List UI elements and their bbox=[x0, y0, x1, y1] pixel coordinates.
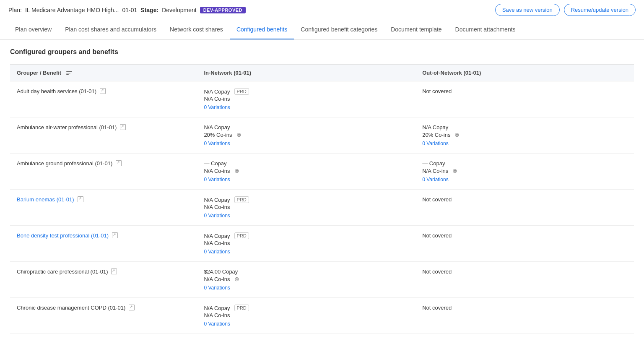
benefit-name: Chiropractic care professional (01-01) bbox=[17, 268, 108, 275]
variations-link[interactable]: 0 Variations bbox=[204, 249, 409, 255]
tab-network-cost-shares[interactable]: Network cost shares bbox=[163, 20, 230, 40]
in-network-cell: N/A Copay20% Co-ins⊜0 Variations bbox=[197, 117, 415, 154]
benefit-name[interactable]: Barium enemas (01-01) bbox=[17, 196, 74, 203]
not-covered-text: Not covered bbox=[422, 305, 627, 311]
not-covered-text: Not covered bbox=[422, 196, 627, 203]
out-copay-line: N/A Copay bbox=[422, 124, 627, 130]
external-link-icon[interactable] bbox=[78, 196, 83, 202]
benefit-name-cell: Ambulance ground professional (01-01) bbox=[10, 154, 197, 190]
tabs-bar: Plan overview Plan cost shares and accum… bbox=[0, 20, 644, 40]
coins-line: N/A Co-ins bbox=[204, 204, 409, 210]
in-network-cell: N/A CopayPRDN/A Co-ins0 Variations bbox=[197, 226, 415, 262]
out-coins-line: 20% Co-ins⊜ bbox=[422, 131, 627, 138]
benefit-name-cell: Adult day health services (01-01) bbox=[10, 81, 197, 117]
coins-line: 20% Co-ins⊜ bbox=[204, 131, 409, 138]
external-link-icon[interactable] bbox=[129, 305, 135, 310]
benefit-name-cell: Chronic disease management COPD (01-01) bbox=[10, 298, 197, 334]
layers-icon[interactable]: ⊜ bbox=[452, 167, 457, 174]
tab-configured-benefit-categories[interactable]: Configured benefit categories bbox=[294, 20, 384, 40]
resume-update-version-button[interactable]: Resume/update version bbox=[564, 4, 636, 16]
variations-link[interactable]: 0 Variations bbox=[204, 321, 409, 327]
out-network-cell: Not covered bbox=[415, 298, 634, 334]
col-header-in-network: In-Network (01-01) bbox=[197, 65, 415, 81]
benefit-name-cell: Barium enemas (01-01) bbox=[10, 190, 197, 226]
out-copay-line: — Copay bbox=[422, 160, 627, 167]
layers-icon[interactable]: ⊜ bbox=[234, 167, 239, 174]
external-link-icon[interactable] bbox=[120, 124, 126, 130]
tab-document-attachments[interactable]: Document attachments bbox=[449, 20, 522, 40]
prd-badge: PRD bbox=[234, 196, 249, 203]
variations-link[interactable]: 0 Variations bbox=[204, 285, 409, 291]
external-link-icon[interactable] bbox=[116, 160, 122, 166]
table-row: Bone density test professional (01-01)N/… bbox=[10, 226, 634, 262]
dev-approved-badge: DEV-APPROVED bbox=[200, 7, 246, 13]
copay-line: N/A CopayPRD bbox=[204, 305, 409, 311]
main-content: Configured groupers and benefits Grouper… bbox=[0, 40, 644, 342]
variations-link[interactable]: 0 Variations bbox=[204, 177, 409, 182]
coins-line: N/A Co-ins bbox=[204, 312, 409, 318]
external-link-icon[interactable] bbox=[100, 88, 106, 94]
variations-link[interactable]: 0 Variations bbox=[204, 213, 409, 219]
benefit-name[interactable]: Bone density test professional (01-01) bbox=[17, 232, 109, 239]
top-bar: Plan: IL Medicare Advantage HMO High... … bbox=[0, 0, 644, 20]
layers-icon[interactable]: ⊜ bbox=[454, 131, 460, 138]
save-as-new-version-button[interactable]: Save as new version bbox=[495, 4, 560, 16]
filter-icon[interactable] bbox=[66, 71, 72, 75]
plan-label: Plan: bbox=[8, 7, 22, 13]
table-header: Grouper / Benefit In-Network (01-01) Out… bbox=[10, 65, 634, 81]
out-variations-link[interactable]: 0 Variations bbox=[422, 141, 627, 146]
benefit-name-cell: Ambulance air-water professional (01-01) bbox=[10, 117, 197, 154]
prd-badge: PRD bbox=[234, 232, 249, 239]
stage-value: Development bbox=[162, 7, 197, 13]
out-variations-link[interactable]: 0 Variations bbox=[422, 177, 627, 182]
plan-name: IL Medicare Advantage HMO High... bbox=[25, 7, 119, 13]
benefit-name: Ambulance ground professional (01-01) bbox=[17, 160, 112, 167]
out-network-cell: — CopayN/A Co-ins⊜0 Variations bbox=[415, 154, 634, 190]
variations-link[interactable]: 0 Variations bbox=[204, 104, 409, 110]
external-link-icon[interactable] bbox=[112, 232, 118, 238]
tab-plan-overview[interactable]: Plan overview bbox=[8, 20, 58, 40]
benefit-name-cell: Bone density test professional (01-01) bbox=[10, 226, 197, 262]
coins-line: N/A Co-ins bbox=[204, 240, 409, 246]
copay-line: N/A Copay bbox=[204, 124, 409, 130]
prd-badge: PRD bbox=[234, 88, 249, 95]
in-network-cell: $24.00 CopayN/A Co-ins⊜0 Variations bbox=[197, 262, 415, 298]
out-network-cell: Not covered bbox=[415, 190, 634, 226]
benefit-name: Ambulance air-water professional (01-01) bbox=[17, 124, 117, 130]
out-network-cell: Not covered bbox=[415, 226, 634, 262]
copay-line: N/A CopayPRD bbox=[204, 232, 409, 239]
coins-line: N/A Co-ins bbox=[204, 96, 409, 102]
table-row: Ambulance air-water professional (01-01)… bbox=[10, 117, 634, 154]
plan-info: Plan: IL Medicare Advantage HMO High... … bbox=[8, 7, 246, 13]
table-row: Adult day health services (01-01)N/A Cop… bbox=[10, 81, 634, 117]
not-covered-text: Not covered bbox=[422, 268, 627, 275]
external-link-icon[interactable] bbox=[111, 268, 117, 274]
copay-line: N/A CopayPRD bbox=[204, 196, 409, 203]
table-row: Chronic disease management COPD (01-01)N… bbox=[10, 298, 634, 334]
layers-icon[interactable]: ⊜ bbox=[234, 276, 239, 282]
benefit-name-cell: Chiropractic care professional (01-01) bbox=[10, 262, 197, 298]
coins-line: N/A Co-ins⊜ bbox=[204, 276, 409, 282]
prd-badge: PRD bbox=[234, 305, 249, 311]
col-header-grouper: Grouper / Benefit bbox=[10, 65, 197, 81]
table-row: Ambulance ground professional (01-01)— C… bbox=[10, 154, 634, 190]
tab-plan-cost-shares[interactable]: Plan cost shares and accumulators bbox=[58, 20, 163, 40]
layers-icon[interactable]: ⊜ bbox=[236, 131, 242, 138]
copay-line: — Copay bbox=[204, 160, 409, 167]
stage-label: Stage: bbox=[140, 7, 158, 13]
top-bar-actions: Save as new version Resume/update versio… bbox=[495, 4, 636, 16]
not-covered-text: Not covered bbox=[422, 232, 627, 239]
out-network-cell: N/A Copay20% Co-ins⊜0 Variations bbox=[415, 117, 634, 154]
plan-code: 01-01 bbox=[122, 7, 138, 13]
out-coins-line: N/A Co-ins⊜ bbox=[422, 167, 627, 174]
not-covered-text: Not covered bbox=[422, 88, 627, 94]
in-network-cell: N/A CopayPRDN/A Co-ins0 Variations bbox=[197, 190, 415, 226]
benefit-name: Adult day health services (01-01) bbox=[17, 88, 96, 94]
tab-document-template[interactable]: Document template bbox=[384, 20, 448, 40]
benefit-name: Chronic disease management COPD (01-01) bbox=[17, 305, 125, 311]
tab-configured-benefits[interactable]: Configured benefits bbox=[230, 20, 294, 40]
in-network-cell: N/A CopayPRDN/A Co-ins0 Variations bbox=[197, 298, 415, 334]
variations-link[interactable]: 0 Variations bbox=[204, 141, 409, 146]
copay-line: N/A CopayPRD bbox=[204, 88, 409, 95]
in-network-cell: — CopayN/A Co-ins⊜0 Variations bbox=[197, 154, 415, 190]
